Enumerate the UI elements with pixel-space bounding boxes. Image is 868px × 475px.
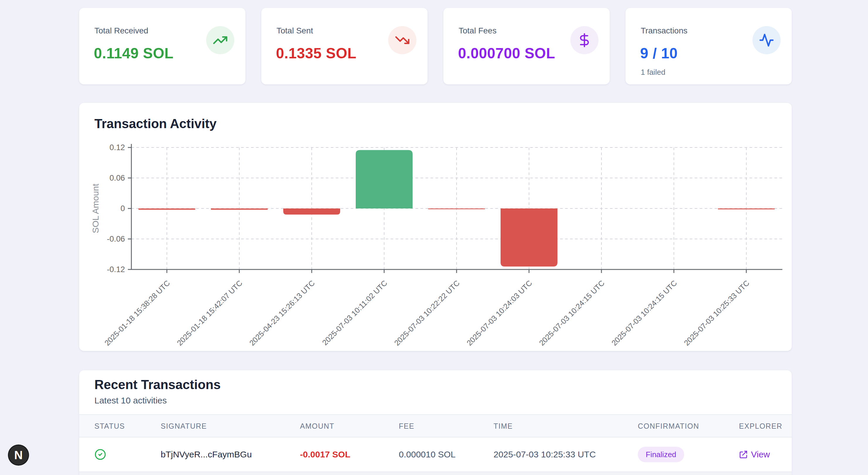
- bar-2[interactable]: [283, 209, 340, 215]
- nextjs-dev-button[interactable]: N: [8, 444, 29, 466]
- fee-value: 0.000010 SOL: [399, 449, 456, 460]
- svg-text:2025-07-03 10:24:03 UTC: 2025-07-03 10:24:03 UTC: [465, 279, 534, 347]
- stat-card-transactions: Transactions 9 / 10 1 failed: [625, 8, 792, 85]
- amount-value: -0.0017 SOL: [300, 449, 350, 460]
- recent-transactions-card: Recent Transactions Latest 10 activities…: [79, 370, 792, 475]
- table-subtitle: Latest 10 activities: [94, 395, 167, 406]
- bar-8[interactable]: [718, 209, 775, 209]
- stat-card-total-fees: Total Fees 0.000700 SOL: [443, 8, 610, 85]
- trending-down-icon: [388, 26, 416, 54]
- next-row-partial: [79, 472, 792, 475]
- stat-card-total-received: Total Received 0.1149 SOL: [79, 8, 245, 85]
- signature-value: bTjNVyeR...cFaymBGu: [161, 449, 252, 460]
- svg-text:2025-07-03 10:25:33 UTC: 2025-07-03 10:25:33 UTC: [682, 279, 751, 347]
- bar-5[interactable]: [501, 209, 557, 266]
- stat-label: Total Received: [94, 26, 148, 35]
- confirmation-badge: Finalized: [638, 447, 684, 463]
- dollar-sign-icon: [570, 26, 598, 54]
- svg-text:2025-07-03 10:24:15 UTC: 2025-07-03 10:24:15 UTC: [610, 279, 679, 347]
- bar-3[interactable]: [356, 150, 412, 209]
- svg-text:0: 0: [121, 204, 125, 213]
- table-row: bTjNVyeR...cFaymBGu -0.0017 SOL 0.000010…: [79, 438, 792, 472]
- transaction-activity-plot[interactable]: 0.120.060-0.06-0.122025-01-18 15:38:28 U…: [79, 136, 792, 350]
- svg-text:2025-01-18 15:38:28 UTC: 2025-01-18 15:38:28 UTC: [103, 279, 172, 347]
- column-header-status: STATUS: [94, 422, 125, 430]
- svg-text:2025-07-03 10:11:02 UTC: 2025-07-03 10:11:02 UTC: [320, 279, 389, 347]
- table-header-row: STATUS SIGNATURE AMOUNT FEE TIME CONFIRM…: [79, 414, 792, 438]
- transaction-activity-card: Transaction Activity 0.120.060-0.06-0.12…: [79, 103, 792, 351]
- trending-up-icon: [206, 26, 234, 54]
- nextjs-logo: N: [14, 449, 23, 462]
- status-success-icon: [94, 449, 106, 460]
- confirmation-cell: Finalized: [638, 447, 684, 463]
- bar-0[interactable]: [138, 209, 195, 210]
- svg-text:2025-04-23 15:26:13 UTC: 2025-04-23 15:26:13 UTC: [248, 279, 316, 347]
- stat-note-failed: 1 failed: [641, 68, 665, 77]
- svg-text:SOL Amount: SOL Amount: [91, 184, 100, 233]
- stat-value: 9 / 10: [640, 45, 678, 62]
- column-header-confirmation: CONFIRMATION: [638, 422, 699, 430]
- table-title: Recent Transactions: [94, 377, 220, 392]
- chart-title: Transaction Activity: [94, 117, 217, 131]
- explorer-cell: View: [739, 449, 770, 460]
- time-value: 2025-07-03 10:25:33 UTC: [494, 449, 596, 460]
- activity-icon: [752, 26, 781, 54]
- stat-value: 0.000700 SOL: [458, 45, 555, 62]
- dashboard-page: Total Received 0.1149 SOL Total Sent 0.1…: [0, 0, 868, 475]
- svg-text:0.12: 0.12: [110, 143, 125, 152]
- svg-text:0.06: 0.06: [110, 173, 125, 182]
- external-link-icon: [739, 450, 748, 459]
- stat-value: 0.1335 SOL: [276, 45, 356, 62]
- stat-label: Total Sent: [277, 26, 313, 35]
- bar-4[interactable]: [428, 209, 485, 209]
- svg-text:2025-07-03 10:24:15 UTC: 2025-07-03 10:24:15 UTC: [537, 279, 606, 347]
- svg-text:2025-07-03 10:22:22 UTC: 2025-07-03 10:22:22 UTC: [392, 279, 461, 347]
- bar-1[interactable]: [211, 209, 268, 210]
- column-header-amount: AMOUNT: [300, 422, 334, 430]
- column-header-signature: SIGNATURE: [161, 422, 207, 430]
- view-label: View: [751, 449, 770, 460]
- svg-text:-0.12: -0.12: [107, 265, 125, 274]
- column-header-explorer: EXPLORER: [739, 422, 782, 430]
- column-header-fee: FEE: [399, 422, 414, 430]
- stat-label: Total Fees: [459, 26, 496, 35]
- svg-text:-0.06: -0.06: [107, 234, 125, 243]
- svg-text:2025-01-18 15:42:07 UTC: 2025-01-18 15:42:07 UTC: [175, 279, 244, 347]
- column-header-time: TIME: [494, 422, 513, 430]
- stat-label: Transactions: [641, 26, 687, 35]
- explorer-view-link[interactable]: View: [739, 449, 770, 460]
- stat-value: 0.1149 SOL: [94, 45, 174, 62]
- stat-card-total-sent: Total Sent 0.1335 SOL: [261, 8, 428, 85]
